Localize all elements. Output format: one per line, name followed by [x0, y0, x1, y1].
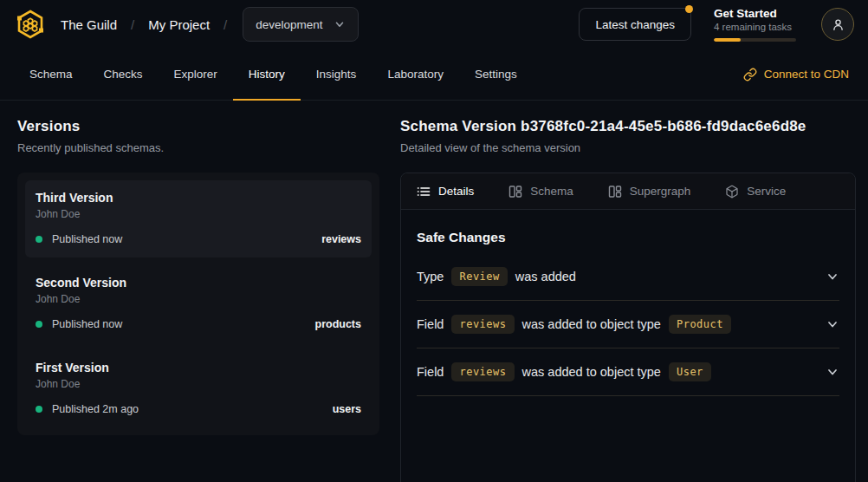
version-list-item[interactable]: First Version John Doe Published 2m ago … — [25, 350, 372, 427]
detail-tab-label: Supergraph — [630, 185, 691, 198]
get-started-title: Get Started — [714, 7, 799, 20]
change-text: Field — [417, 365, 444, 379]
changes-list: TypeReviewwas added Fieldreviewswas adde… — [417, 253, 839, 396]
published-time: Published 2m ago — [52, 403, 139, 415]
code-badge: reviews — [451, 362, 514, 381]
version-author: John Doe — [36, 293, 361, 305]
detail-tabs: DetailsSchemaSupergraphService — [401, 173, 855, 210]
published-status-dot — [36, 321, 42, 328]
cube-icon — [725, 185, 739, 199]
version-detail-panel: DetailsSchemaSupergraphService Safe Chan… — [400, 173, 856, 482]
detail-tab-service[interactable]: Service — [725, 185, 786, 199]
link-icon — [743, 68, 757, 81]
columns-icon — [608, 185, 622, 199]
latest-changes-button[interactable]: Latest changes — [579, 8, 691, 41]
change-row[interactable]: Fieldreviewswas added to object typeProd… — [417, 301, 839, 348]
nav-tab-schema[interactable]: Schema — [14, 49, 88, 100]
nav-tab-checks[interactable]: Checks — [88, 49, 159, 100]
nav-tab-settings[interactable]: Settings — [459, 49, 533, 100]
change-text: was added to object type — [522, 317, 661, 331]
published-status-dot — [36, 406, 42, 413]
version-meta: Published now products — [36, 318, 361, 330]
latest-changes-label: Latest changes — [595, 18, 675, 31]
version-author: John Doe — [36, 208, 361, 220]
version-meta: Published now reviews — [36, 233, 361, 245]
detail-tab-label: Service — [747, 185, 786, 198]
detail-tab-details[interactable]: Details — [417, 185, 474, 199]
top-bar: The Guild / My Project / development Lat… — [0, 0, 868, 49]
version-list-item[interactable]: Second Version John Doe Published now pr… — [25, 265, 372, 342]
version-list-item[interactable]: Third Version John Doe Published now rev… — [25, 180, 372, 257]
get-started-progressbar — [714, 38, 796, 42]
get-started-widget[interactable]: Get Started 4 remaining tasks — [714, 7, 799, 42]
columns-icon — [508, 185, 522, 199]
change-text: was added to object type — [522, 365, 661, 379]
user-avatar[interactable] — [821, 8, 854, 41]
version-author: John Doe — [36, 378, 361, 390]
target-select[interactable]: development — [243, 7, 358, 42]
schema-version-subtitle: Detailed view of the schema version — [400, 141, 856, 154]
breadcrumb-separator: / — [131, 17, 134, 32]
published-time: Published now — [52, 318, 122, 330]
service-name: reviews — [321, 233, 361, 245]
change-row[interactable]: TypeReviewwas added — [417, 253, 839, 301]
connect-to-cdn-label: Connect to CDN — [764, 68, 849, 81]
service-name: users — [333, 403, 361, 415]
version-detail-column: Schema Version b3768fc0-21a4-45e5-b686-f… — [400, 118, 856, 481]
change-row[interactable]: Fieldreviewswas added to object typeUser — [417, 348, 839, 396]
chevron-down-icon — [334, 18, 346, 30]
code-badge: Review — [451, 267, 507, 286]
list-icon — [417, 185, 431, 199]
service-name: products — [315, 318, 361, 330]
nav-tab-history[interactable]: History — [233, 49, 301, 100]
nav-tab-explorer[interactable]: Explorer — [159, 49, 233, 100]
change-text: was added — [515, 270, 576, 283]
change-text: Field — [417, 317, 444, 331]
breadcrumb-separator: / — [223, 17, 227, 32]
versions-column: Versions Recently published schemas. Thi… — [17, 118, 379, 481]
connect-to-cdn-button[interactable]: Connect to CDN — [743, 49, 854, 100]
versions-title: Versions — [17, 118, 379, 135]
notification-dot — [685, 5, 693, 13]
schema-version-title: Schema Version b3768fc0-21a4-45e5-b686-f… — [400, 118, 856, 135]
detail-body: Safe Changes TypeReviewwas added Fieldre… — [401, 230, 855, 396]
target-select-value: development — [256, 18, 322, 31]
chevron-down-icon[interactable] — [826, 270, 839, 283]
published-time: Published now — [52, 233, 122, 245]
user-icon — [831, 17, 845, 32]
chevron-down-icon[interactable] — [826, 317, 839, 331]
detail-tab-label: Schema — [530, 185, 573, 198]
safe-changes-title: Safe Changes — [417, 230, 839, 245]
get-started-subtitle: 4 remaining tasks — [714, 22, 799, 32]
code-badge: reviews — [451, 315, 514, 334]
version-title: First Version — [36, 361, 361, 375]
detail-tab-schema[interactable]: Schema — [508, 185, 573, 199]
nav-tab-laboratory[interactable]: Laboratory — [372, 49, 459, 100]
version-title: Second Version — [36, 276, 361, 290]
chevron-down-icon[interactable] — [826, 365, 839, 379]
project-nav: SchemaChecksExplorerHistoryInsightsLabor… — [0, 49, 868, 101]
version-meta: Published 2m ago users — [36, 403, 361, 415]
detail-tab-label: Details — [438, 185, 474, 198]
code-badge: Product — [669, 315, 731, 334]
version-list: Third Version John Doe Published now rev… — [17, 173, 379, 435]
nav-tab-insights[interactable]: Insights — [301, 49, 372, 100]
get-started-progress-fill — [714, 38, 741, 42]
code-badge: User — [669, 362, 711, 381]
breadcrumb-org[interactable]: The Guild — [61, 17, 117, 32]
published-status-dot — [36, 236, 42, 243]
breadcrumb-project[interactable]: My Project — [148, 17, 210, 32]
change-text: Type — [417, 270, 444, 283]
versions-subtitle: Recently published schemas. — [17, 141, 379, 154]
main-content: Versions Recently published schemas. Thi… — [0, 101, 868, 481]
version-title: Third Version — [36, 191, 361, 205]
detail-tab-supergraph[interactable]: Supergraph — [608, 185, 691, 199]
hive-logo-icon[interactable] — [14, 8, 47, 41]
